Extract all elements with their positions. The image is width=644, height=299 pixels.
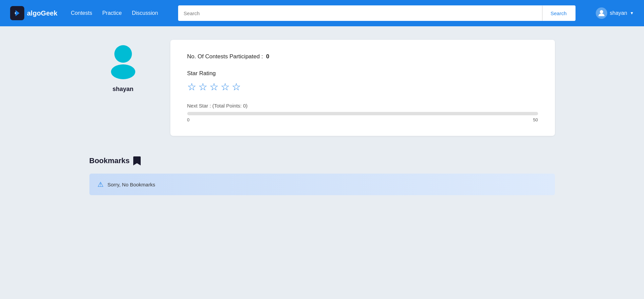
navbar: algoGeek Contests Practice Discussion Se… [0, 0, 644, 26]
star-4[interactable]: ☆ [221, 81, 230, 93]
no-bookmarks-alert: ⚠ Sorry, No Bookmarks [89, 174, 555, 195]
bookmarks-title: Bookmarks [89, 156, 130, 165]
contests-label: No. Of Contests Participated : [187, 53, 263, 60]
nav-contests[interactable]: Contests [71, 10, 92, 16]
search-input[interactable] [178, 5, 542, 21]
star-1[interactable]: ☆ [187, 81, 196, 93]
bookmark-icon [133, 156, 141, 166]
nav-discussion[interactable]: Discussion [132, 10, 158, 16]
star-2[interactable]: ☆ [198, 81, 207, 93]
progress-container: 0 50 [187, 112, 538, 122]
contests-stat: No. Of Contests Participated : 0 [187, 53, 538, 60]
svg-marker-0 [16, 10, 20, 16]
profile-section: shayan No. Of Contests Participated : 0 … [89, 40, 555, 136]
avatar [103, 40, 143, 80]
logo[interactable]: algoGeek [10, 6, 57, 20]
svg-point-4 [111, 64, 135, 79]
profile-username: shayan [112, 86, 133, 93]
progress-min: 0 [187, 117, 190, 122]
chevron-down-icon: ▼ [630, 11, 634, 16]
brand-name: algoGeek [27, 9, 57, 17]
user-name: shayan [610, 10, 627, 16]
nav-practice[interactable]: Practice [102, 10, 122, 16]
nav-links: Contests Practice Discussion [71, 10, 158, 16]
next-star-label: Next Star : (Total Points: 0) [187, 103, 538, 109]
progress-labels: 0 50 [187, 117, 538, 122]
alert-triangle-icon: ⚠ [97, 180, 104, 188]
bookmarks-heading: Bookmarks [89, 156, 555, 166]
star-rating-label: Star Rating [187, 70, 538, 77]
profile-left: shayan [89, 40, 157, 93]
stars-row: ☆ ☆ ☆ ☆ ☆ [187, 81, 538, 93]
search-button[interactable]: Search [542, 5, 576, 21]
svg-rect-1 [15, 12, 16, 14]
logo-icon [10, 6, 24, 20]
no-bookmarks-message: Sorry, No Bookmarks [108, 182, 155, 187]
main-content: shayan No. Of Contests Participated : 0 … [69, 26, 575, 209]
progress-max: 50 [533, 117, 538, 122]
svg-point-2 [600, 10, 603, 13]
svg-point-3 [114, 45, 132, 63]
contests-value: 0 [266, 53, 269, 60]
search-area: Search [178, 5, 575, 21]
stats-card: No. Of Contests Participated : 0 Star Ra… [170, 40, 555, 136]
star-5[interactable]: ☆ [232, 81, 241, 93]
progress-bar-bg [187, 112, 538, 115]
bookmarks-section: Bookmarks ⚠ Sorry, No Bookmarks [89, 156, 555, 195]
user-avatar-icon [596, 7, 607, 19]
star-3[interactable]: ☆ [209, 81, 219, 93]
user-menu[interactable]: shayan ▼ [596, 7, 634, 19]
